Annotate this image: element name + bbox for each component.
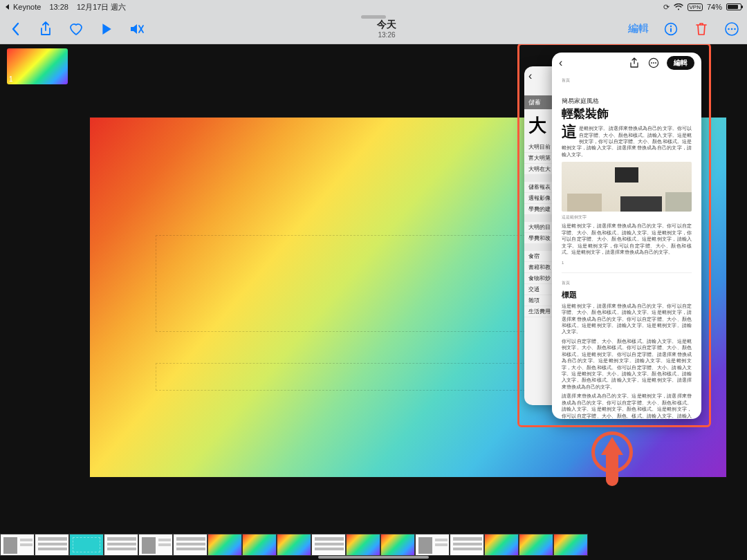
front-nav: ‹ 編輯 — [552, 53, 701, 73]
home-indicator[interactable] — [318, 556, 429, 559]
doc-subtitle: 簡易家庭風格 — [562, 97, 692, 105]
text-placeholder-1[interactable] — [156, 235, 543, 332]
photo-caption: 這是範例文字 — [562, 214, 692, 220]
svg-point-10 — [655, 62, 656, 64]
photo-subtitle: 13:26 — [145, 31, 628, 39]
wifi-icon — [674, 3, 683, 10]
filmstrip-thumb[interactable] — [104, 534, 138, 556]
back-app-label[interactable]: Keynote — [13, 3, 41, 11]
doc-photo — [562, 162, 692, 212]
play-icon[interactable] — [98, 21, 115, 37]
doc-h2: 標題 — [562, 290, 692, 300]
svg-rect-2 — [670, 28, 672, 32]
filmstrip-thumb[interactable] — [553, 534, 588, 556]
slide-thumbnail[interactable]: 1 — [7, 48, 68, 84]
share-icon[interactable] — [37, 21, 54, 37]
dropcap: 這 — [562, 125, 577, 139]
filmstrip-thumb[interactable] — [415, 534, 450, 556]
trash-icon[interactable] — [693, 21, 710, 37]
doc-para: 你可以自定字體、大小、顏色和樣式。請輸入文字。這是範例文字。大小、顏色和樣式。你… — [562, 338, 692, 391]
filmstrip-thumb[interactable] — [484, 534, 519, 556]
filmstrip-thumb[interactable] — [35, 534, 69, 556]
filmstrip-thumb[interactable] — [380, 534, 415, 556]
doc-para: 這是範例文字，請選擇來替換成為自己的文字。你可以自定字體、大小、顏色和樣式。請輸… — [562, 303, 692, 335]
svg-point-4 — [728, 28, 730, 30]
info-icon[interactable] — [663, 21, 679, 37]
slide-index: 1 — [9, 75, 13, 83]
doc-para: 這是範例文字，請選擇來替換成為自己的文字。你可以自定字體、大小、顏色和樣式。請輸… — [562, 223, 692, 255]
back-chevron-icon[interactable]: ‹ — [528, 70, 532, 82]
back-button[interactable] — [7, 21, 24, 37]
filmstrip-thumb[interactable] — [208, 534, 242, 556]
edit-button[interactable]: 編輯 — [628, 22, 649, 35]
status-bar: Keynote 13:28 12月17日 週六 ⟳ VPN 74% — [0, 0, 747, 14]
svg-point-6 — [734, 28, 736, 30]
slideover-stack: ‹ 儲蓄 大 大明目前 富大明第 大明在大 儲蓄報表 週報影像 學費的建 大明的… — [524, 53, 701, 419]
page-number: 1 — [562, 260, 692, 265]
page-header-muted: 首頁 — [562, 77, 692, 83]
doc-heading: 輕鬆裝飾 — [562, 106, 692, 122]
filmstrip-thumb[interactable] — [0, 534, 35, 556]
battery-percent: 74% — [707, 3, 722, 11]
front-body[interactable]: 首頁 簡易家庭風格 輕鬆裝飾 這是範例文字。請選擇來替換成為自己的文字。你可以自… — [552, 73, 701, 419]
filmstrip-thumb[interactable] — [138, 534, 173, 556]
slideover-front-window[interactable]: ‹ 編輯 首頁 簡易家庭風格 輕鬆裝飾 這是範例文字。請選擇來替換成為自己的文字… — [552, 53, 701, 419]
filmstrip-thumb[interactable] — [242, 534, 277, 556]
filmstrip-thumb[interactable] — [69, 534, 104, 556]
photo-title: 今天 — [145, 19, 628, 31]
back-chevron-icon[interactable]: ‹ — [559, 57, 562, 69]
doc-para: 請選擇來替換成為自己的文字。這是範例文字，請選擇來替換成為自己的文字。你可以自定… — [562, 393, 692, 419]
filmstrip-thumb[interactable] — [311, 534, 346, 556]
multitask-handle[interactable] — [361, 15, 386, 19]
orientation-lock-icon: ⟳ — [663, 3, 670, 12]
battery-icon — [726, 3, 741, 10]
doc-para: 這是範例文字。請選擇來替換成為自己的文字。你可以自定字體、大小、顏色和樣式。請輸… — [562, 125, 692, 158]
vpn-badge: VPN — [688, 3, 703, 11]
edit-pill[interactable]: 編輯 — [667, 56, 694, 70]
svg-point-1 — [670, 25, 672, 26]
status-time: 13:28 — [49, 3, 68, 11]
page-header-muted: 首頁 — [562, 280, 692, 286]
filmstrip-thumb[interactable] — [277, 534, 311, 556]
svg-point-8 — [651, 62, 652, 64]
filmstrip-thumb[interactable] — [450, 534, 484, 556]
share-icon[interactable] — [628, 57, 640, 69]
mute-icon[interactable] — [129, 21, 145, 37]
svg-point-5 — [731, 28, 733, 30]
more-icon[interactable] — [647, 57, 660, 69]
title-area: 今天 13:26 — [145, 19, 628, 39]
filmstrip[interactable] — [0, 534, 595, 556]
text-placeholder-2[interactable] — [156, 363, 543, 391]
back-app-caret-icon[interactable] — [6, 4, 9, 10]
more-icon[interactable] — [723, 21, 740, 37]
favorite-icon[interactable] — [68, 21, 84, 37]
filmstrip-thumb[interactable] — [346, 534, 380, 556]
svg-point-9 — [653, 62, 654, 64]
filmstrip-thumb[interactable] — [519, 534, 553, 556]
filmstrip-thumb[interactable] — [173, 534, 208, 556]
status-date: 12月17日 週六 — [77, 2, 127, 12]
